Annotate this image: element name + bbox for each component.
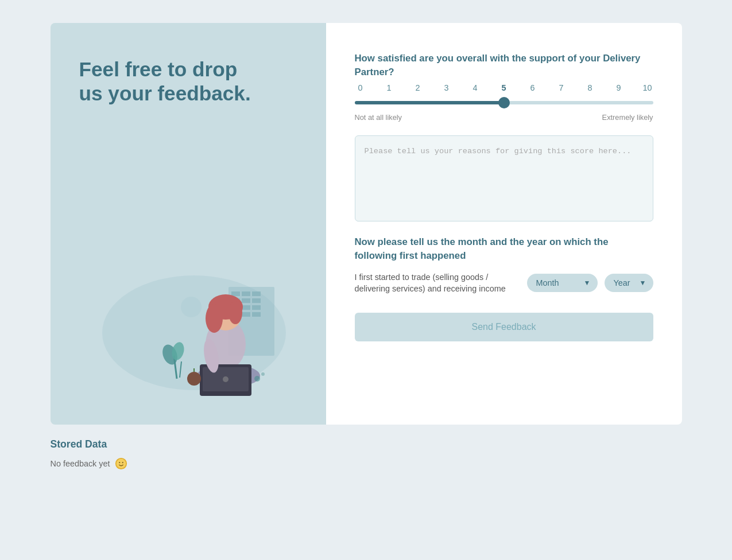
slider-right-label: Extremely likely [602,113,653,122]
smiley-icon [115,457,127,470]
no-feedback-row: No feedback yet [51,457,682,470]
svg-rect-9 [242,305,250,310]
svg-point-29 [187,372,201,386]
svg-point-27 [223,376,228,382]
trade-row: I first started to trade (selling goods … [355,271,653,294]
svg-point-31 [254,376,260,382]
slider-num-7: 7 [556,83,567,92]
slider-left-label: Not at all likely [355,113,402,122]
send-feedback-button[interactable]: Send Feedback [355,313,653,341]
svg-point-35 [122,462,123,463]
svg-point-32 [261,372,265,376]
slider-num-5: 5 [498,83,510,92]
svg-rect-3 [242,291,250,296]
svg-rect-12 [242,312,250,317]
satisfaction-section: How satisfied are you overall with the s… [355,52,653,122]
slider-num-6: 6 [527,83,539,92]
slider-num-10: 10 [642,83,653,92]
slider-labels: Not at all likely Extremely likely [355,113,653,122]
left-panel: Feel free to drop us your feedback. [51,23,326,425]
svg-rect-6 [242,298,250,303]
right-panel: How satisfied are you overall with the s… [326,23,682,425]
svg-rect-13 [252,312,261,317]
month-select[interactable]: Month January February March April May J… [527,274,598,292]
svg-rect-4 [252,291,261,296]
svg-rect-7 [252,298,261,303]
slider-num-2: 2 [412,83,424,92]
slider-num-0: 0 [355,83,366,92]
trade-label: I first started to trade (selling goods … [355,271,520,294]
satisfaction-question: How satisfied are you overall with the s… [355,52,653,79]
year-select[interactable]: Year 2020 2021 2022 2023 2024 2025 [605,274,653,292]
month-year-question: Now please tell us the month and the yea… [355,235,653,262]
stored-data-title: Stored Data [51,438,682,450]
slider-num-4: 4 [470,83,481,92]
svg-point-14 [181,297,202,317]
no-feedback-text: No feedback yet [51,459,110,468]
year-select-wrapper: Year 2020 2021 2022 2023 2024 2025 ▼ [605,274,653,292]
svg-point-33 [115,458,126,469]
satisfaction-slider[interactable] [355,101,653,104]
month-select-wrapper: Month January February March April May J… [527,274,598,292]
slider-num-8: 8 [584,83,596,92]
slider-container [355,97,653,108]
slider-numbers: 0 1 2 3 4 5 6 7 8 9 10 [355,83,653,92]
left-panel-title: Feel free to drop us your feedback. [79,57,263,106]
slider-num-3: 3 [441,83,452,92]
feedback-textarea[interactable] [355,135,653,221]
svg-point-34 [119,462,120,463]
illustration-area [79,106,297,402]
feedback-illustration [79,218,297,402]
svg-rect-10 [252,305,261,310]
slider-num-9: 9 [613,83,625,92]
svg-rect-2 [231,291,240,296]
svg-point-24 [228,301,242,324]
svg-point-23 [206,304,223,333]
slider-num-1: 1 [384,83,395,92]
stored-data-section: Stored Data No feedback yet [51,438,682,470]
month-year-section: Now please tell us the month and the yea… [355,235,653,294]
